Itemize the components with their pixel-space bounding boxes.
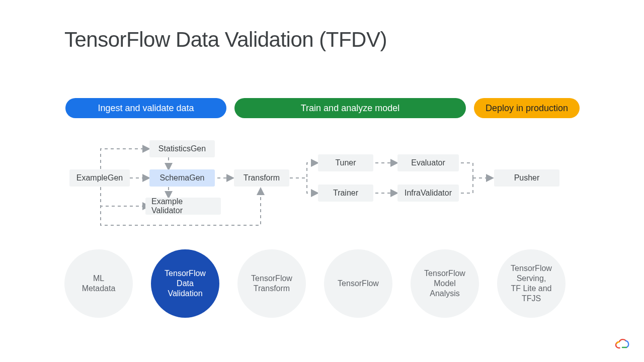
phase-ingest-label: Ingest and validate data: [98, 103, 194, 114]
node-examplegen: ExampleGen: [69, 169, 130, 187]
node-schemagen: SchemaGen: [149, 169, 215, 187]
lib-serving: TensorFlow Serving, TF Lite and TFJS: [497, 249, 566, 318]
node-schemagen-label: SchemaGen: [160, 173, 205, 183]
node-evaluator: Evaluator: [397, 154, 459, 171]
lib-tfma-label: TensorFlow Model Analysis: [424, 268, 465, 299]
node-tuner: Tuner: [318, 154, 373, 171]
node-tuner-label: Tuner: [335, 158, 356, 167]
phase-deploy-label: Deploy in production: [486, 103, 568, 114]
lib-tf-transform: TensorFlow Transform: [237, 249, 306, 318]
slide: TensorFlow Data Validation (TFDV) Ingest…: [0, 0, 644, 362]
node-trainer: Trainer: [318, 185, 373, 202]
node-examplevalidator: Example Validator: [145, 198, 221, 215]
phase-train-label: Train and analyze model: [301, 103, 399, 114]
phase-ingest: Ingest and validate data: [65, 98, 226, 118]
node-statisticsgen: StatisticsGen: [149, 140, 215, 157]
node-transform: Transform: [234, 169, 289, 187]
lib-serving-label: TensorFlow Serving, TF Lite and TFJS: [511, 263, 552, 304]
lib-ml-metadata-label: ML Metadata: [82, 274, 116, 294]
page-title: TensorFlow Data Validation (TFDV): [64, 28, 387, 52]
lib-tfdv-label: TensorFlow Data Validation: [165, 268, 206, 299]
node-trainer-label: Trainer: [333, 189, 358, 198]
lib-tfdv: TensorFlow Data Validation: [151, 249, 219, 318]
node-examplevalidator-label: Example Validator: [151, 197, 215, 215]
node-pusher-label: Pusher: [514, 173, 540, 183]
node-infravalidator: InfraValidator: [397, 185, 459, 202]
node-transform-label: Transform: [244, 173, 280, 183]
lib-tensorflow-label: TensorFlow: [338, 279, 379, 289]
lib-tensorflow: TensorFlow: [324, 249, 392, 318]
node-pusher: Pusher: [494, 169, 559, 187]
node-evaluator-label: Evaluator: [411, 158, 445, 167]
phase-deploy: Deploy in production: [474, 98, 580, 118]
lib-tfma: TensorFlow Model Analysis: [411, 249, 479, 318]
node-infravalidator-label: InfraValidator: [405, 189, 452, 198]
google-cloud-icon: [615, 337, 630, 351]
lib-ml-metadata: ML Metadata: [64, 249, 133, 318]
lib-tf-transform-label: TensorFlow Transform: [251, 274, 292, 294]
node-examplegen-label: ExampleGen: [76, 173, 123, 183]
node-statisticsgen-label: StatisticsGen: [158, 144, 206, 153]
phase-train: Train and analyze model: [234, 98, 466, 118]
